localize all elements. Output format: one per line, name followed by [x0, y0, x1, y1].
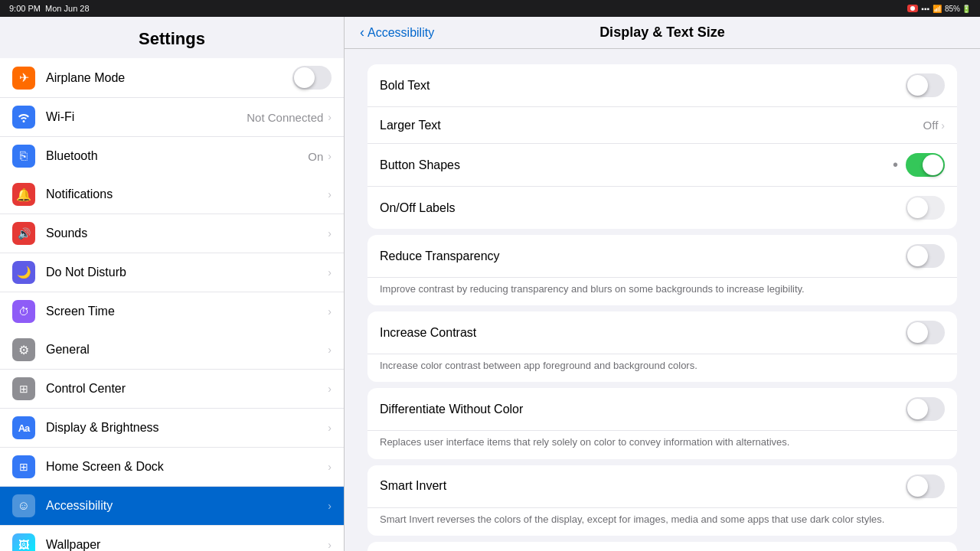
wifi-status-icon: 📶 — [933, 5, 942, 13]
back-chevron-icon: ‹ — [360, 24, 364, 41]
smart-invert-toggle[interactable] — [906, 474, 945, 498]
larger-text-row[interactable]: Larger Text Off › — [368, 107, 957, 144]
chevron-icon: › — [328, 500, 332, 512]
chevron-icon: › — [328, 305, 332, 318]
notifications-icon: 🔔 — [12, 183, 35, 206]
status-time: 9:00 PM Mon Jun 28 — [9, 4, 90, 13]
differentiate-color-description: Replaces user interface items that rely … — [368, 431, 957, 458]
smart-invert-description: Smart Invert reverses the colors of the … — [368, 508, 957, 536]
content-scroll[interactable]: Bold Text Larger Text Off › Button Shape… — [345, 49, 980, 551]
chevron-icon: › — [941, 119, 945, 132]
differentiate-color-card: Differentiate Without Color Replaces use… — [368, 388, 957, 458]
sidebar-header: Settings — [0, 17, 344, 58]
screen-time-icon: ⏱ — [12, 300, 35, 323]
chevron-icon: › — [328, 344, 332, 356]
button-shapes-row[interactable]: Button Shapes • — [368, 144, 957, 187]
reduce-transparency-description: Improve contrast by reducing transparenc… — [368, 278, 957, 305]
settings-group-2: 🔔 Notifications › 🔊 Sounds › 🌙 Do Not Di… — [0, 175, 344, 331]
button-shapes-indicator: • — [893, 156, 898, 174]
increase-contrast-card: Increase Contrast Increase color contras… — [368, 311, 957, 382]
onoff-labels-toggle[interactable] — [906, 196, 945, 220]
increase-contrast-description: Increase color contrast between app fore… — [368, 354, 957, 382]
sidebar-item-home-screen-dock[interactable]: ⊞ Home Screen & Dock › — [0, 448, 344, 487]
status-right: ▪▪▪ 📶 85% 🔋 — [907, 5, 971, 13]
do-not-disturb-icon: 🌙 — [12, 261, 35, 284]
sidebar: Settings ✈ Airplane Mode Wi-Fi Not Conne… — [0, 17, 345, 551]
chevron-icon: › — [328, 461, 332, 473]
reduce-transparency-row[interactable]: Reduce Transparency — [368, 235, 957, 278]
chevron-icon: › — [328, 539, 332, 551]
status-bar: 9:00 PM Mon Jun 28 ▪▪▪ 📶 85% 🔋 — [0, 0, 980, 17]
wallpaper-icon: 🖼 — [12, 533, 35, 551]
sidebar-item-screen-time[interactable]: ⏱ Screen Time › — [0, 292, 344, 331]
reduce-transparency-card: Reduce Transparency Improve contrast by … — [368, 235, 957, 305]
control-center-icon: ⊞ — [12, 377, 35, 400]
chevron-icon: › — [328, 266, 332, 279]
classic-invert-card: Classic Invert Classic Invert reverses t… — [368, 542, 957, 551]
display-brightness-icon: Aa — [12, 416, 35, 439]
toggle-knob — [907, 75, 928, 96]
toggle-knob — [907, 197, 928, 218]
sidebar-item-wallpaper[interactable]: 🖼 Wallpaper › — [0, 526, 344, 551]
wifi-icon — [12, 106, 35, 129]
bold-text-row[interactable]: Bold Text — [368, 64, 957, 107]
bold-text-toggle[interactable] — [906, 73, 945, 97]
sidebar-item-accessibility[interactable]: ☺ Accessibility › — [0, 487, 344, 526]
accessibility-icon: ☺ — [12, 494, 35, 517]
sidebar-item-airplane-mode[interactable]: ✈ Airplane Mode — [0, 58, 344, 98]
sidebar-item-do-not-disturb[interactable]: 🌙 Do Not Disturb › — [0, 253, 344, 292]
smart-invert-row[interactable]: Smart Invert — [368, 465, 957, 508]
button-shapes-toggle[interactable] — [906, 153, 945, 177]
sidebar-item-sounds[interactable]: 🔊 Sounds › — [0, 214, 344, 253]
onoff-labels-row[interactable]: On/Off Labels — [368, 187, 957, 229]
chevron-icon: › — [328, 227, 332, 240]
settings-group-1: ✈ Airplane Mode Wi-Fi Not Connected › ⎘ — [0, 58, 344, 175]
differentiate-color-toggle[interactable] — [906, 397, 945, 421]
chevron-icon: › — [328, 188, 332, 201]
classic-invert-row[interactable]: Classic Invert — [368, 542, 957, 551]
content-title: Display & Text Size — [599, 24, 725, 41]
bluetooth-icon: ⎘ — [12, 145, 35, 168]
airplane-icon: ✈ — [12, 67, 35, 90]
toggle-knob — [907, 476, 928, 497]
home-screen-dock-icon: ⊞ — [12, 455, 35, 478]
chevron-icon: › — [328, 150, 332, 162]
signal-icon: ▪▪▪ — [921, 5, 929, 13]
chevron-icon: › — [328, 111, 332, 123]
reduce-transparency-toggle[interactable] — [906, 244, 945, 268]
content-header: ‹ Accessibility Display & Text Size — [345, 17, 980, 49]
smart-invert-card: Smart Invert Smart Invert reverses the c… — [368, 465, 957, 536]
back-button[interactable]: ‹ Accessibility — [360, 24, 434, 41]
general-icon: ⚙ — [12, 338, 35, 361]
airplane-mode-toggle[interactable] — [292, 66, 332, 90]
sounds-icon: 🔊 — [12, 222, 35, 245]
sidebar-title: Settings — [15, 29, 328, 49]
sidebar-item-bluetooth[interactable]: ⎘ Bluetooth On › — [0, 137, 344, 175]
toggle-knob — [907, 322, 928, 343]
settings-group-3: ⚙ General › ⊞ Control Center › Aa Displa… — [0, 331, 344, 551]
toggle-knob — [907, 246, 928, 266]
differentiate-without-color-row[interactable]: Differentiate Without Color — [368, 388, 957, 431]
main-layout: Settings ✈ Airplane Mode Wi-Fi Not Conne… — [0, 17, 980, 551]
sidebar-item-control-center[interactable]: ⊞ Control Center › — [0, 370, 344, 409]
sidebar-item-general[interactable]: ⚙ General › — [0, 331, 344, 370]
sidebar-item-wifi[interactable]: Wi-Fi Not Connected › — [0, 98, 344, 137]
increase-contrast-toggle[interactable] — [906, 321, 945, 344]
battery-icon: 85% 🔋 — [945, 5, 971, 13]
recording-indicator — [907, 5, 918, 12]
sidebar-item-notifications[interactable]: 🔔 Notifications › — [0, 175, 344, 214]
chevron-icon: › — [328, 383, 332, 395]
display-settings-card-1: Bold Text Larger Text Off › Button Shape… — [368, 64, 957, 229]
sidebar-item-display-brightness[interactable]: Aa Display & Brightness › — [0, 409, 344, 448]
toggle-knob — [907, 399, 928, 419]
increase-contrast-row[interactable]: Increase Contrast — [368, 311, 957, 354]
toggle-knob — [923, 155, 943, 175]
toggle-knob — [294, 67, 315, 88]
content-area: ‹ Accessibility Display & Text Size Bold… — [345, 17, 980, 551]
chevron-icon: › — [328, 422, 332, 434]
